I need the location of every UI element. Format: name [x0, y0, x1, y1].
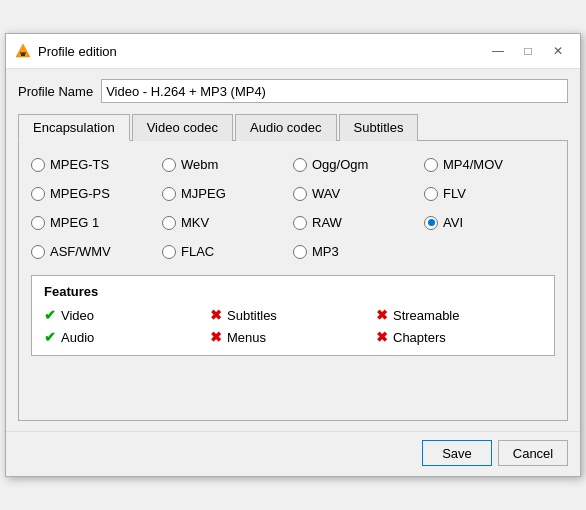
- radio-label-mp4-mov: MP4/MOV: [443, 157, 503, 172]
- features-grid: ✔Video✖Subtitles✖Streamable✔Audio✖Menus✖…: [44, 307, 542, 345]
- radio-circle-mpeg-ps: [31, 187, 45, 201]
- radio-circle-mp3: [293, 245, 307, 259]
- feature-audio: ✔Audio: [44, 329, 210, 345]
- window-title: Profile edition: [38, 44, 484, 59]
- feature-label-chapters: Chapters: [393, 330, 446, 345]
- radio-flv[interactable]: FLV: [424, 186, 555, 201]
- cross-icon: ✖: [376, 329, 388, 345]
- radio-circle-mpeg1: [31, 216, 45, 230]
- check-icon: ✔: [44, 329, 56, 345]
- feature-video: ✔Video: [44, 307, 210, 323]
- radio-mp3[interactable]: MP3: [293, 244, 424, 259]
- radio-circle-raw: [293, 216, 307, 230]
- radio-webm[interactable]: Webm: [162, 157, 293, 172]
- window-controls: — □ ✕: [484, 40, 572, 62]
- feature-label-streamable: Streamable: [393, 308, 459, 323]
- cancel-button[interactable]: Cancel: [498, 440, 568, 466]
- radio-label-asf-wmv: ASF/WMV: [50, 244, 111, 259]
- radio-circle-webm: [162, 158, 176, 172]
- radio-flac[interactable]: FLAC: [162, 244, 293, 259]
- app-icon: [14, 42, 32, 60]
- close-button[interactable]: ✕: [544, 40, 572, 62]
- radio-mpeg-ts[interactable]: MPEG-TS: [31, 157, 162, 172]
- radio-mkv[interactable]: MKV: [162, 215, 293, 230]
- radio-circle-wav: [293, 187, 307, 201]
- radio-circle-ogg-ogm: [293, 158, 307, 172]
- feature-label-audio: Audio: [61, 330, 94, 345]
- feature-menus: ✖Menus: [210, 329, 376, 345]
- feature-chapters: ✖Chapters: [376, 329, 542, 345]
- profile-name-label: Profile Name: [18, 84, 93, 99]
- features-title: Features: [44, 284, 542, 299]
- radio-label-ogg-ogm: Ogg/Ogm: [312, 157, 368, 172]
- tab-content-encapsulation: MPEG-TS Webm Ogg/Ogm MP4/MOV MPEG-PS MJP…: [18, 141, 568, 421]
- radio-label-mkv: MKV: [181, 215, 209, 230]
- cross-icon: ✖: [210, 329, 222, 345]
- radio-label-mpeg1: MPEG 1: [50, 215, 99, 230]
- radio-circle-mp4-mov: [424, 158, 438, 172]
- features-box: Features ✔Video✖Subtitles✖Streamable✔Aud…: [31, 275, 555, 356]
- radio-mp4-mov[interactable]: MP4/MOV: [424, 157, 555, 172]
- radio-circle-asf-wmv: [31, 245, 45, 259]
- radio-label-raw: RAW: [312, 215, 342, 230]
- cross-icon: ✖: [376, 307, 388, 323]
- title-bar: Profile edition — □ ✕: [6, 34, 580, 69]
- radio-mpeg-ps[interactable]: MPEG-PS: [31, 186, 162, 201]
- radio-mpeg1[interactable]: MPEG 1: [31, 215, 162, 230]
- feature-subtitles: ✖Subtitles: [210, 307, 376, 323]
- radio-label-mpeg-ts: MPEG-TS: [50, 157, 109, 172]
- cross-icon: ✖: [210, 307, 222, 323]
- footer: Save Cancel: [6, 431, 580, 476]
- feature-label-subtitles: Subtitles: [227, 308, 277, 323]
- radio-label-webm: Webm: [181, 157, 218, 172]
- radio-label-wav: WAV: [312, 186, 340, 201]
- radio-circle-mpeg-ts: [31, 158, 45, 172]
- radio-label-mpeg-ps: MPEG-PS: [50, 186, 110, 201]
- radio-circle-mkv: [162, 216, 176, 230]
- radio-circle-avi: [424, 216, 438, 230]
- tab-video-codec[interactable]: Video codec: [132, 114, 233, 141]
- minimize-button[interactable]: —: [484, 40, 512, 62]
- radio-label-mjpeg: MJPEG: [181, 186, 226, 201]
- feature-label-video: Video: [61, 308, 94, 323]
- profile-name-row: Profile Name: [18, 79, 568, 103]
- feature-label-menus: Menus: [227, 330, 266, 345]
- radio-mjpeg[interactable]: MJPEG: [162, 186, 293, 201]
- radio-asf-wmv[interactable]: ASF/WMV: [31, 244, 162, 259]
- radio-label-mp3: MP3: [312, 244, 339, 259]
- encapsulation-options: MPEG-TS Webm Ogg/Ogm MP4/MOV MPEG-PS MJP…: [31, 157, 555, 259]
- radio-label-flac: FLAC: [181, 244, 214, 259]
- main-content: Profile Name Encapsulation Video codec A…: [6, 69, 580, 431]
- tab-audio-codec[interactable]: Audio codec: [235, 114, 337, 141]
- profile-edition-window: Profile edition — □ ✕ Profile Name Encap…: [5, 33, 581, 477]
- radio-circle-flv: [424, 187, 438, 201]
- radio-ogg-ogm[interactable]: Ogg/Ogm: [293, 157, 424, 172]
- radio-label-flv: FLV: [443, 186, 466, 201]
- radio-raw[interactable]: RAW: [293, 215, 424, 230]
- radio-circle-mjpeg: [162, 187, 176, 201]
- tab-subtitles[interactable]: Subtitles: [339, 114, 419, 141]
- radio-label-avi: AVI: [443, 215, 463, 230]
- tabs-bar: Encapsulation Video codec Audio codec Su…: [18, 113, 568, 141]
- radio-wav[interactable]: WAV: [293, 186, 424, 201]
- tab-encapsulation[interactable]: Encapsulation: [18, 114, 130, 141]
- maximize-button[interactable]: □: [514, 40, 542, 62]
- radio-avi[interactable]: AVI: [424, 215, 555, 230]
- save-button[interactable]: Save: [422, 440, 492, 466]
- radio-circle-flac: [162, 245, 176, 259]
- check-icon: ✔: [44, 307, 56, 323]
- profile-name-input[interactable]: [101, 79, 568, 103]
- feature-streamable: ✖Streamable: [376, 307, 542, 323]
